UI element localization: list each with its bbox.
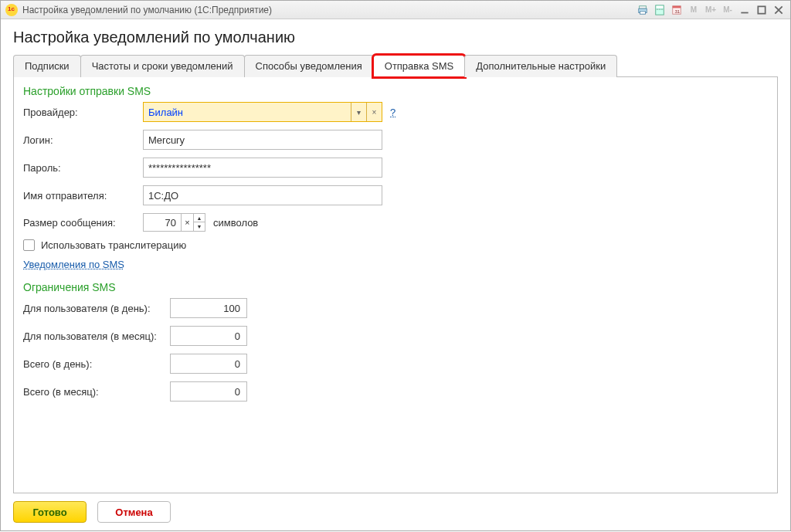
label-login: Логин:	[23, 134, 143, 146]
translit-label: Использовать транслитерацию	[41, 239, 186, 251]
msg-size-down[interactable]: ▼	[194, 222, 205, 231]
maximize-icon[interactable]	[755, 4, 769, 16]
sms-notifications-link[interactable]: Уведомления по SMS	[23, 259, 124, 270]
page-title: Настройка уведомлений по умолчанию	[13, 29, 778, 46]
content: Настройка уведомлений по умолчанию Подпи…	[1, 19, 790, 530]
msg-size-up[interactable]: ▲	[194, 214, 205, 222]
label-limit-user-day: Для пользователя (в день):	[23, 303, 170, 314]
provider-clear-icon[interactable]: ×	[366, 103, 382, 121]
label-msg-size: Размер сообщения:	[23, 217, 143, 229]
cancel-button[interactable]: Отмена	[97, 501, 171, 523]
svg-rect-5	[657, 8, 659, 10]
label-provider: Провайдер:	[23, 107, 143, 118]
msg-size-input[interactable]: 70	[143, 213, 182, 232]
app-window: Настройка уведомлений по умолчанию (1С:П…	[0, 0, 791, 531]
sender-input[interactable]: 1С:ДО	[143, 185, 382, 205]
tab-additional[interactable]: Дополнительные настройки	[464, 55, 617, 77]
svg-rect-4	[657, 5, 664, 8]
provider-help[interactable]: ?	[390, 107, 396, 118]
svg-rect-12	[758, 6, 765, 13]
provider-dropdown-icon[interactable]: ▾	[351, 103, 366, 121]
msg-size-suffix: символов	[213, 217, 258, 229]
label-limit-total-day: Всего (в день):	[23, 358, 170, 370]
section-sms-limits: Ограничения SMS	[23, 281, 768, 293]
minimize-icon[interactable]	[738, 4, 752, 16]
tab-frequency[interactable]: Частоты и сроки уведомлений	[80, 55, 245, 77]
svg-rect-7	[661, 8, 664, 10]
login-input[interactable]: Mercury	[143, 130, 382, 150]
limit-total-month-input[interactable]: 0	[170, 381, 247, 402]
memory-m-button[interactable]: M	[687, 4, 701, 16]
section-sms-settings: Настройки отправки SMS	[23, 85, 768, 97]
limit-user-day-input[interactable]: 100	[170, 298, 247, 318]
translit-checkbox[interactable]	[23, 239, 35, 251]
titlebar: Настройка уведомлений по умолчанию (1С:П…	[1, 1, 790, 19]
label-password: Пароль:	[23, 162, 143, 174]
tab-panel: Настройки отправки SMS Провайдер: ▾ × ? …	[13, 77, 778, 493]
password-input[interactable]: ****************	[143, 158, 382, 178]
limit-user-month-input[interactable]: 0	[170, 326, 247, 346]
calc-icon[interactable]	[653, 4, 667, 16]
memory-mminus-button[interactable]: M-	[721, 4, 735, 16]
window-title: Настройка уведомлений по умолчанию (1С:П…	[22, 5, 272, 15]
provider-field[interactable]: ▾ ×	[143, 102, 382, 122]
svg-rect-0	[640, 5, 647, 8]
print-icon[interactable]	[636, 4, 650, 16]
label-sender: Имя отправителя:	[23, 190, 143, 202]
memory-mplus-button[interactable]: M+	[704, 4, 718, 16]
msg-size-clear[interactable]: ×	[182, 213, 194, 232]
svg-rect-9	[673, 5, 681, 8]
msg-size-spinner: 70 × ▲ ▼ символов	[143, 213, 258, 232]
close-icon[interactable]	[772, 4, 786, 16]
app-icon	[5, 4, 18, 16]
svg-rect-6	[659, 8, 661, 10]
tab-subscriptions[interactable]: Подписки	[13, 55, 81, 77]
label-limit-total-month: Всего (в месяц):	[23, 386, 170, 398]
svg-text:31: 31	[674, 8, 680, 14]
ok-button[interactable]: Готово	[13, 501, 87, 523]
tabs: Подписки Частоты и сроки уведомлений Спо…	[13, 54, 778, 77]
footer: Готово Отмена	[13, 493, 778, 523]
limit-total-day-input[interactable]: 0	[170, 354, 247, 374]
svg-rect-2	[640, 11, 646, 14]
calendar-icon[interactable]: 31	[670, 4, 684, 16]
label-limit-user-month: Для пользователя (в месяц):	[23, 330, 170, 342]
provider-input[interactable]	[144, 107, 351, 118]
tab-methods[interactable]: Способы уведомления	[244, 55, 374, 77]
titlebar-actions: 31 M M+ M-	[636, 4, 786, 16]
tab-sms-send[interactable]: Отправка SMS	[373, 55, 465, 77]
